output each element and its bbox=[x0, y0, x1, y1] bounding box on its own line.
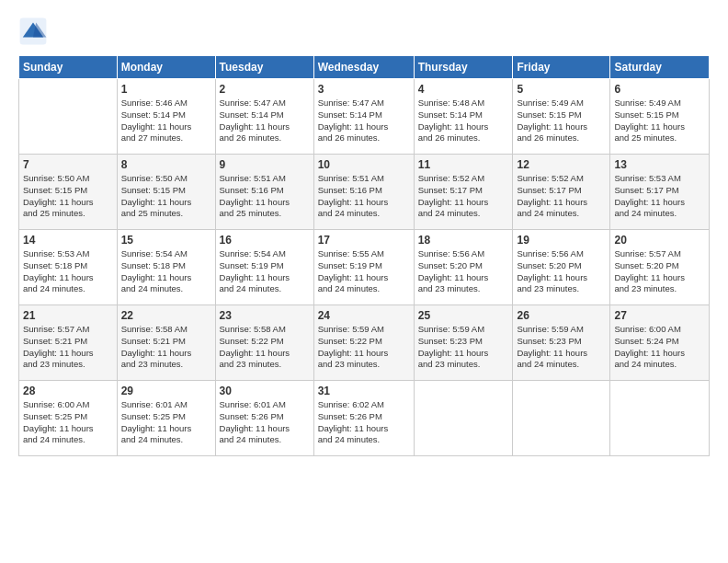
day-info: Sunrise: 6:00 AM Sunset: 5:24 PM Dayligh… bbox=[614, 324, 705, 371]
day-number: 29 bbox=[121, 385, 211, 397]
calendar-cell: 7Sunrise: 5:50 AM Sunset: 5:15 PM Daylig… bbox=[19, 155, 118, 230]
calendar-cell: 28Sunrise: 6:00 AM Sunset: 5:25 PM Dayli… bbox=[19, 381, 118, 456]
day-number: 20 bbox=[614, 234, 705, 247]
calendar-cell: 13Sunrise: 5:53 AM Sunset: 5:17 PM Dayli… bbox=[610, 155, 710, 230]
calendar-cell: 23Sunrise: 5:58 AM Sunset: 5:22 PM Dayli… bbox=[215, 305, 313, 381]
day-info: Sunrise: 6:00 AM Sunset: 5:25 PM Dayligh… bbox=[23, 399, 113, 446]
weekday-header-saturday: Saturday bbox=[610, 56, 710, 79]
day-info: Sunrise: 5:50 AM Sunset: 5:15 PM Dayligh… bbox=[121, 173, 211, 220]
calendar-cell: 2Sunrise: 5:47 AM Sunset: 5:14 PM Daylig… bbox=[215, 79, 313, 155]
day-info: Sunrise: 5:50 AM Sunset: 5:15 PM Dayligh… bbox=[23, 173, 113, 220]
day-number: 1 bbox=[121, 83, 211, 96]
day-info: Sunrise: 5:47 AM Sunset: 5:14 PM Dayligh… bbox=[318, 98, 410, 144]
day-info: Sunrise: 5:58 AM Sunset: 5:22 PM Dayligh… bbox=[220, 324, 310, 371]
calendar-cell: 3Sunrise: 5:47 AM Sunset: 5:14 PM Daylig… bbox=[313, 79, 414, 155]
calendar-cell: 10Sunrise: 5:51 AM Sunset: 5:16 PM Dayli… bbox=[313, 155, 414, 230]
day-number: 12 bbox=[517, 158, 606, 171]
day-number: 11 bbox=[418, 158, 509, 171]
day-number: 7 bbox=[23, 158, 113, 171]
calendar-cell: 26Sunrise: 5:59 AM Sunset: 5:23 PM Dayli… bbox=[513, 305, 610, 381]
weekday-header-sunday: Sunday bbox=[19, 56, 118, 79]
day-info: Sunrise: 5:52 AM Sunset: 5:17 PM Dayligh… bbox=[418, 173, 509, 220]
day-number: 16 bbox=[220, 234, 310, 247]
day-number: 13 bbox=[614, 158, 705, 171]
day-number: 5 bbox=[517, 83, 606, 96]
calendar-cell: 8Sunrise: 5:50 AM Sunset: 5:15 PM Daylig… bbox=[117, 155, 215, 230]
calendar-body: 1Sunrise: 5:46 AM Sunset: 5:14 PM Daylig… bbox=[19, 79, 710, 456]
day-info: Sunrise: 5:49 AM Sunset: 5:15 PM Dayligh… bbox=[517, 98, 606, 144]
day-number: 26 bbox=[517, 309, 606, 322]
weekday-header-wednesday: Wednesday bbox=[313, 56, 414, 79]
calendar-cell: 9Sunrise: 5:51 AM Sunset: 5:16 PM Daylig… bbox=[215, 155, 313, 230]
day-info: Sunrise: 5:58 AM Sunset: 5:21 PM Dayligh… bbox=[121, 324, 211, 371]
day-number: 22 bbox=[121, 309, 211, 322]
weekday-row: SundayMondayTuesdayWednesdayThursdayFrid… bbox=[19, 56, 710, 79]
day-number: 15 bbox=[121, 234, 211, 247]
calendar-cell bbox=[19, 79, 118, 155]
weekday-header-thursday: Thursday bbox=[414, 56, 513, 79]
calendar-week-5: 28Sunrise: 6:00 AM Sunset: 5:25 PM Dayli… bbox=[19, 381, 710, 456]
day-number: 24 bbox=[318, 309, 410, 322]
calendar-cell: 19Sunrise: 5:56 AM Sunset: 5:20 PM Dayli… bbox=[513, 230, 610, 305]
calendar-cell: 12Sunrise: 5:52 AM Sunset: 5:17 PM Dayli… bbox=[513, 155, 610, 230]
day-info: Sunrise: 5:52 AM Sunset: 5:17 PM Dayligh… bbox=[517, 173, 606, 220]
day-number: 28 bbox=[23, 385, 113, 397]
calendar-cell: 24Sunrise: 5:59 AM Sunset: 5:22 PM Dayli… bbox=[313, 305, 414, 381]
calendar-week-3: 14Sunrise: 5:53 AM Sunset: 5:18 PM Dayli… bbox=[19, 230, 710, 305]
day-info: Sunrise: 5:55 AM Sunset: 5:19 PM Dayligh… bbox=[318, 248, 410, 295]
day-number: 4 bbox=[418, 83, 509, 96]
day-number: 21 bbox=[23, 309, 113, 322]
calendar-cell: 5Sunrise: 5:49 AM Sunset: 5:15 PM Daylig… bbox=[513, 79, 610, 155]
day-number: 3 bbox=[318, 83, 410, 96]
day-info: Sunrise: 5:54 AM Sunset: 5:19 PM Dayligh… bbox=[220, 248, 310, 295]
calendar-week-2: 7Sunrise: 5:50 AM Sunset: 5:15 PM Daylig… bbox=[19, 155, 710, 230]
day-number: 8 bbox=[121, 158, 211, 171]
page: SundayMondayTuesdayWednesdayThursdayFrid… bbox=[0, 0, 728, 563]
day-info: Sunrise: 5:53 AM Sunset: 5:17 PM Dayligh… bbox=[614, 173, 705, 220]
day-info: Sunrise: 5:49 AM Sunset: 5:15 PM Dayligh… bbox=[614, 98, 705, 144]
day-info: Sunrise: 5:51 AM Sunset: 5:16 PM Dayligh… bbox=[318, 173, 410, 220]
day-info: Sunrise: 6:01 AM Sunset: 5:26 PM Dayligh… bbox=[220, 399, 310, 446]
calendar-cell: 27Sunrise: 6:00 AM Sunset: 5:24 PM Dayli… bbox=[610, 305, 710, 381]
calendar-cell: 31Sunrise: 6:02 AM Sunset: 5:26 PM Dayli… bbox=[313, 381, 414, 456]
calendar-cell: 25Sunrise: 5:59 AM Sunset: 5:23 PM Dayli… bbox=[414, 305, 513, 381]
day-info: Sunrise: 5:53 AM Sunset: 5:18 PM Dayligh… bbox=[23, 248, 113, 295]
calendar-cell: 14Sunrise: 5:53 AM Sunset: 5:18 PM Dayli… bbox=[19, 230, 118, 305]
day-info: Sunrise: 5:48 AM Sunset: 5:14 PM Dayligh… bbox=[418, 98, 509, 144]
calendar-cell: 20Sunrise: 5:57 AM Sunset: 5:20 PM Dayli… bbox=[610, 230, 710, 305]
calendar-cell: 1Sunrise: 5:46 AM Sunset: 5:14 PM Daylig… bbox=[117, 79, 215, 155]
calendar-cell: 18Sunrise: 5:56 AM Sunset: 5:20 PM Dayli… bbox=[414, 230, 513, 305]
day-number: 19 bbox=[517, 234, 606, 247]
day-number: 6 bbox=[614, 83, 705, 96]
calendar-cell: 22Sunrise: 5:58 AM Sunset: 5:21 PM Dayli… bbox=[117, 305, 215, 381]
calendar-header: SundayMondayTuesdayWednesdayThursdayFrid… bbox=[19, 56, 710, 79]
day-number: 30 bbox=[220, 385, 310, 397]
day-info: Sunrise: 5:59 AM Sunset: 5:22 PM Dayligh… bbox=[318, 324, 410, 371]
day-info: Sunrise: 5:56 AM Sunset: 5:20 PM Dayligh… bbox=[418, 248, 509, 295]
day-number: 18 bbox=[418, 234, 509, 247]
day-info: Sunrise: 5:47 AM Sunset: 5:14 PM Dayligh… bbox=[220, 98, 310, 144]
calendar-cell: 21Sunrise: 5:57 AM Sunset: 5:21 PM Dayli… bbox=[19, 305, 118, 381]
calendar-week-1: 1Sunrise: 5:46 AM Sunset: 5:14 PM Daylig… bbox=[19, 79, 710, 155]
calendar-cell: 29Sunrise: 6:01 AM Sunset: 5:25 PM Dayli… bbox=[117, 381, 215, 456]
day-number: 10 bbox=[318, 158, 410, 171]
calendar-cell bbox=[414, 381, 513, 456]
day-number: 27 bbox=[614, 309, 705, 322]
weekday-header-monday: Monday bbox=[117, 56, 215, 79]
day-number: 23 bbox=[220, 309, 310, 322]
calendar-cell bbox=[513, 381, 610, 456]
weekday-header-tuesday: Tuesday bbox=[215, 56, 313, 79]
day-info: Sunrise: 6:01 AM Sunset: 5:25 PM Dayligh… bbox=[121, 399, 211, 446]
day-info: Sunrise: 5:46 AM Sunset: 5:14 PM Dayligh… bbox=[121, 98, 211, 144]
day-info: Sunrise: 5:57 AM Sunset: 5:21 PM Dayligh… bbox=[23, 324, 113, 371]
day-number: 25 bbox=[418, 309, 509, 322]
day-info: Sunrise: 5:59 AM Sunset: 5:23 PM Dayligh… bbox=[517, 324, 606, 371]
calendar-cell: 30Sunrise: 6:01 AM Sunset: 5:26 PM Dayli… bbox=[215, 381, 313, 456]
calendar-cell: 11Sunrise: 5:52 AM Sunset: 5:17 PM Dayli… bbox=[414, 155, 513, 230]
calendar-cell bbox=[610, 381, 710, 456]
day-number: 9 bbox=[220, 158, 310, 171]
calendar-week-4: 21Sunrise: 5:57 AM Sunset: 5:21 PM Dayli… bbox=[19, 305, 710, 381]
day-info: Sunrise: 5:56 AM Sunset: 5:20 PM Dayligh… bbox=[517, 248, 606, 295]
day-number: 14 bbox=[23, 234, 113, 247]
day-info: Sunrise: 5:59 AM Sunset: 5:23 PM Dayligh… bbox=[418, 324, 509, 371]
